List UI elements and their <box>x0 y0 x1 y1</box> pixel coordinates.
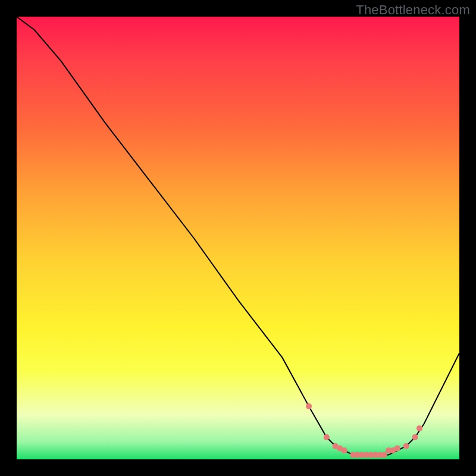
marker-point <box>306 403 312 409</box>
marker-point <box>324 434 330 440</box>
marker-point <box>381 452 387 458</box>
marker-point <box>403 443 409 449</box>
chart-overlay <box>17 17 459 459</box>
plot-area <box>17 17 459 459</box>
bottleneck-curve <box>17 17 459 455</box>
marker-point <box>412 434 418 440</box>
marker-point <box>416 425 422 431</box>
watermark-text: TheBottleneck.com <box>356 2 470 18</box>
marker-point <box>342 447 347 453</box>
marker-point <box>394 445 400 451</box>
chart-frame: TheBottleneck.com <box>0 0 476 476</box>
